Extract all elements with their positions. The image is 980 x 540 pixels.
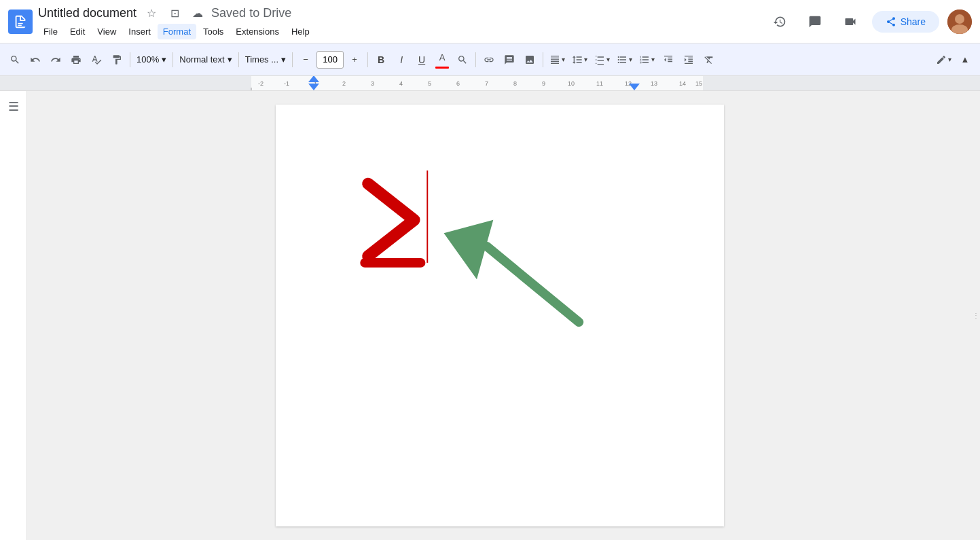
text-style-value: Normal text bbox=[179, 54, 224, 65]
print-btn[interactable] bbox=[67, 49, 86, 71]
cloud-icon[interactable]: ☁ bbox=[188, 3, 207, 22]
svg-rect-1 bbox=[18, 24, 21, 25]
svg-text:9: 9 bbox=[542, 80, 545, 87]
svg-point-3 bbox=[955, 14, 964, 24]
svg-line-31 bbox=[486, 247, 579, 323]
checklist-btn[interactable]: ▾ bbox=[592, 49, 613, 71]
page-content-svg bbox=[276, 105, 724, 526]
svg-text:8: 8 bbox=[513, 80, 517, 87]
undo-btn[interactable] bbox=[26, 49, 45, 71]
document-area[interactable] bbox=[27, 91, 972, 540]
chat-icon[interactable] bbox=[801, 8, 829, 35]
highlight-btn[interactable] bbox=[453, 49, 472, 71]
font-size-increase[interactable]: + bbox=[345, 49, 364, 71]
svg-text:13: 13 bbox=[651, 80, 657, 87]
svg-text:7: 7 bbox=[485, 80, 488, 87]
sep5 bbox=[367, 52, 368, 67]
svg-rect-7 bbox=[703, 76, 980, 90]
image-btn[interactable] bbox=[520, 49, 539, 71]
google-docs-icon[interactable] bbox=[8, 10, 33, 34]
svg-text:5: 5 bbox=[428, 80, 431, 87]
align-btn[interactable]: ▾ bbox=[547, 49, 568, 71]
menu-extensions[interactable]: Extensions bbox=[230, 24, 285, 39]
italic-btn[interactable]: I bbox=[392, 49, 411, 71]
menu-format[interactable]: Format bbox=[158, 24, 196, 39]
svg-text:10: 10 bbox=[568, 80, 575, 87]
sep1 bbox=[130, 52, 130, 67]
ruler-svg: -2 -1 1 2 3 4 5 6 7 8 9 10 11 12 13 14 1… bbox=[0, 76, 980, 90]
title-icons: ☆ ⊡ ☁ Saved to Drive bbox=[142, 3, 291, 22]
bold-btn[interactable]: B bbox=[371, 49, 391, 71]
move-icon[interactable]: ⊡ bbox=[165, 3, 184, 22]
indent-decrease-btn[interactable] bbox=[659, 49, 678, 71]
star-icon[interactable]: ☆ bbox=[142, 3, 161, 22]
history-icon[interactable] bbox=[766, 8, 793, 35]
svg-text:15: 15 bbox=[695, 80, 702, 87]
bullet-list-btn[interactable]: ▾ bbox=[614, 49, 635, 71]
underline-btn[interactable]: U bbox=[412, 49, 431, 71]
menu-help[interactable]: Help bbox=[286, 24, 315, 39]
zoom-dropdown-icon: ▾ bbox=[162, 54, 166, 65]
paint-format-btn[interactable] bbox=[107, 49, 126, 71]
numbered-list-btn[interactable]: ▾ bbox=[636, 49, 657, 71]
saved-text: Saved to Drive bbox=[211, 6, 291, 20]
menu-view[interactable]: View bbox=[92, 24, 122, 39]
sep7 bbox=[543, 52, 543, 67]
menu-file[interactable]: File bbox=[38, 24, 63, 39]
svg-text:4: 4 bbox=[399, 80, 403, 87]
svg-rect-0 bbox=[18, 22, 22, 23]
document-page[interactable] bbox=[276, 105, 724, 526]
comment-btn[interactable] bbox=[500, 49, 519, 71]
collapse-toolbar-btn[interactable]: ▲ bbox=[956, 49, 975, 71]
sep3 bbox=[238, 52, 239, 67]
redo-btn[interactable] bbox=[46, 49, 65, 71]
font-size-decrease[interactable]: − bbox=[296, 49, 315, 71]
zoom-value: 100% bbox=[137, 54, 159, 65]
svg-text:2: 2 bbox=[342, 80, 346, 87]
sep2 bbox=[173, 52, 173, 67]
ruler: -2 -1 1 2 3 4 5 6 7 8 9 10 11 12 13 14 1… bbox=[0, 76, 980, 91]
doc-title-text[interactable]: Untitled document bbox=[38, 6, 137, 20]
line-spacing-btn[interactable]: ▾ bbox=[569, 49, 590, 71]
doc-title-row: Untitled document ☆ ⊡ ☁ Saved to Drive bbox=[38, 3, 761, 22]
svg-text:-2: -2 bbox=[258, 80, 264, 87]
clear-format-btn[interactable] bbox=[700, 49, 719, 71]
outline-toggle[interactable]: ☰ bbox=[8, 99, 19, 114]
indent-increase-btn[interactable] bbox=[679, 49, 698, 71]
sep6 bbox=[475, 52, 476, 67]
font-color-btn[interactable]: A bbox=[433, 49, 452, 71]
title-bar: Untitled document ☆ ⊡ ☁ Saved to Drive F… bbox=[0, 0, 980, 43]
svg-text:14: 14 bbox=[679, 80, 686, 87]
svg-text:-1: -1 bbox=[284, 80, 289, 87]
menu-bar: File Edit View Insert Format Tools Exten… bbox=[38, 22, 761, 39]
toolbar: 100% ▾ Normal text ▾ Times ... ▾ − 100 +… bbox=[0, 43, 980, 76]
search-btn[interactable] bbox=[5, 49, 24, 71]
zoom-selector[interactable]: 100% ▾ bbox=[134, 49, 169, 71]
main-layout: ☰ ⋮ bbox=[0, 91, 980, 540]
text-style-selector[interactable]: Normal text ▾ bbox=[177, 49, 234, 71]
resize-handle[interactable]: ⋮ bbox=[972, 91, 980, 540]
share-button[interactable]: Share bbox=[872, 11, 939, 33]
font-dropdown-icon: ▾ bbox=[281, 54, 286, 65]
font-value: Times ... bbox=[245, 54, 278, 65]
text-style-dropdown-icon: ▾ bbox=[228, 54, 232, 65]
pen-tool-btn[interactable]: ▾ bbox=[933, 49, 954, 71]
svg-text:3: 3 bbox=[371, 80, 374, 87]
menu-tools[interactable]: Tools bbox=[198, 24, 229, 39]
sidebar: ☰ bbox=[0, 91, 27, 540]
menu-edit[interactable]: Edit bbox=[65, 24, 90, 39]
link-btn[interactable] bbox=[479, 49, 498, 71]
font-selector[interactable]: Times ... ▾ bbox=[242, 49, 289, 71]
title-section: Untitled document ☆ ⊡ ☁ Saved to Drive F… bbox=[38, 3, 761, 39]
user-avatar[interactable] bbox=[947, 10, 972, 34]
font-size-input[interactable]: 100 bbox=[316, 51, 344, 69]
meet-icon[interactable] bbox=[837, 8, 864, 35]
share-label: Share bbox=[901, 16, 926, 27]
svg-text:11: 11 bbox=[596, 80, 603, 87]
svg-rect-6 bbox=[0, 76, 251, 90]
header-right: Share bbox=[766, 8, 972, 35]
sep4 bbox=[292, 52, 293, 67]
menu-insert[interactable]: Insert bbox=[123, 24, 156, 39]
svg-text:6: 6 bbox=[456, 80, 460, 87]
spellcheck-btn[interactable] bbox=[87, 49, 106, 71]
